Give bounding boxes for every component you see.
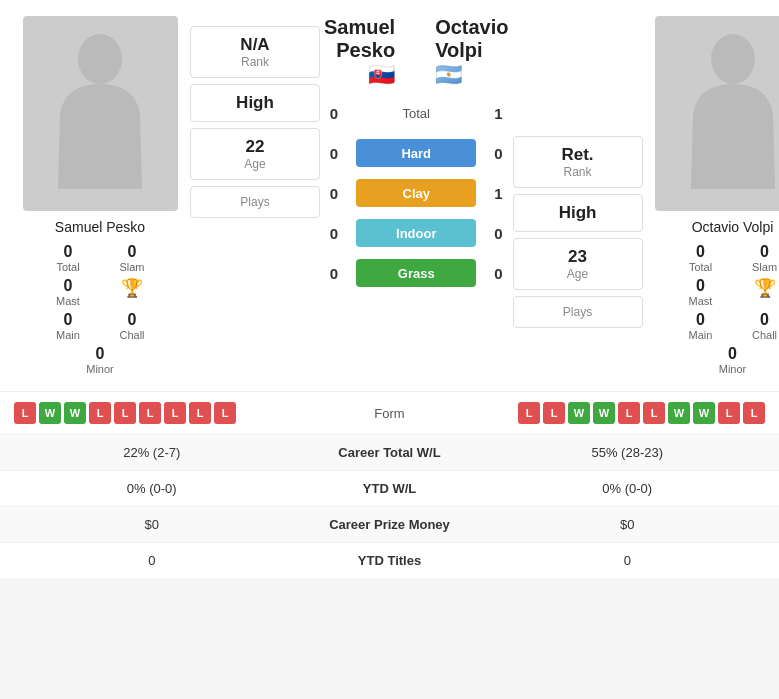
career-wl-label: Career Total W/L [290,445,490,460]
form-badge-right: W [668,402,690,424]
left-form-badges: LWWLLLLLL [14,402,330,424]
svg-point-1 [711,34,755,84]
prize-right: $0 [490,517,766,532]
left-slam-label: Slam [119,261,144,273]
right-age-label: Age [524,267,632,281]
left-header-name: Samuel Pesko [324,16,395,62]
left-chall-value: 0 [128,311,137,329]
right-player-card: Octavio Volpi 0 Total 0 Slam 0 Mast 🏆 [643,16,779,375]
left-player-name: Samuel Pesko [55,219,145,235]
right-fitness-value: High [524,203,632,223]
hard-btn: Hard [356,139,476,167]
left-rank-label: Rank [201,55,309,69]
left-minor-value: 0 [96,345,105,363]
form-badge-left: L [164,402,186,424]
left-total-value: 0 [64,243,73,261]
left-fitness-value: High [201,93,309,113]
right-mast-label: Mast [689,295,713,307]
left-chall-label: Chall [119,329,144,341]
form-badge-right: W [568,402,590,424]
right-rank-label: Rank [524,165,632,179]
left-mast-value: 0 [64,277,73,295]
left-age-value: 22 [201,137,309,157]
right-minor-label: Minor [719,363,747,375]
total-row: 0 Total 1 [324,95,509,131]
right-flag: 🇦🇷 [435,62,463,82]
hard-row: 0 Hard 0 [324,135,509,171]
ytd-wl-left: 0% (0-0) [14,481,290,496]
left-player-card: Samuel Pesko 0 Total 0 Slam 0 Mast 🏆 [10,16,190,375]
form-badge-left: L [114,402,136,424]
right-chall-label: Chall [752,329,777,341]
right-main-label: Main [689,329,713,341]
total-left-score: 0 [324,105,344,122]
form-badge-left: W [64,402,86,424]
left-slam-value: 0 [128,243,137,261]
left-flag: 🇸🇰 [367,62,395,82]
prize-label: Career Prize Money [290,517,490,532]
form-badge-right: W [693,402,715,424]
right-total-value: 0 [696,243,705,261]
right-player-avatar [655,16,779,211]
ytd-wl-right: 0% (0-0) [490,481,766,496]
prize-row: $0 Career Prize Money $0 [0,506,779,542]
indoor-left-score: 0 [324,225,344,242]
clay-right-score: 1 [489,185,509,202]
career-wl-left: 22% (2-7) [14,445,290,460]
grass-left-score: 0 [324,265,344,282]
middle-section: Samuel Pesko 🇸🇰 Octavio Volpi 🇦🇷 0 Total… [320,16,513,375]
left-age-label: Age [201,157,309,171]
form-badge-left: L [14,402,36,424]
clay-btn: Clay [356,179,476,207]
left-main-label2: Main [56,329,80,341]
left-plays-block: Plays [190,186,320,218]
right-plays-label: Plays [524,305,632,319]
form-badge-right: L [618,402,640,424]
titles-label: YTD Titles [290,553,490,568]
total-right-score: 1 [489,105,509,122]
svg-point-0 [78,34,122,84]
left-mast-label: Mast [56,295,80,307]
form-label: Form [330,406,450,421]
form-badge-left: L [189,402,211,424]
indoor-btn: Indoor [356,219,476,247]
form-section: LWWLLLLLL Form LLWWLLWWLL [0,391,779,434]
left-rank-block: N/A Rank [190,26,320,78]
left-player-stats: 0 Total 0 Slam 0 Mast 🏆 0 Main [10,243,190,375]
career-wl-row: 22% (2-7) Career Total W/L 55% (28-23) [0,434,779,470]
right-player-stats: 0 Total 0 Slam 0 Mast 🏆 0 Main [643,243,779,375]
left-trophy-icon: 🏆 [121,277,143,299]
right-player-name: Octavio Volpi [692,219,774,235]
form-badge-left: L [89,402,111,424]
right-plays-block: Plays [513,296,643,328]
clay-left-score: 0 [324,185,344,202]
right-total-label: Total [689,261,712,273]
right-header-name: Octavio Volpi [435,16,508,62]
total-label: Total [356,106,476,121]
career-wl-right: 55% (28-23) [490,445,766,460]
grass-row: 0 Grass 0 [324,255,509,291]
left-fitness-block: High [190,84,320,122]
form-badge-right: L [718,402,740,424]
left-main-value: 0 [64,311,73,329]
right-chall-value: 0 [760,311,769,329]
titles-left: 0 [14,553,290,568]
right-rank-block: Ret. Rank [513,136,643,188]
right-form-badges: LLWWLLWWLL [450,402,766,424]
left-center-stats: N/A Rank High 22 Age Plays [190,16,320,375]
right-main-value: 0 [696,311,705,329]
right-rank-value: Ret. [524,145,632,165]
grass-right-score: 0 [489,265,509,282]
clay-row: 0 Clay 1 [324,175,509,211]
left-rank-value: N/A [201,35,309,55]
left-player-avatar [23,16,178,211]
left-minor-label: Minor [86,363,114,375]
hard-right-score: 0 [489,145,509,162]
left-age-block: 22 Age [190,128,320,180]
form-badge-right: L [743,402,765,424]
titles-right: 0 [490,553,766,568]
form-badge-right: W [593,402,615,424]
right-slam-label: Slam [752,261,777,273]
left-plays-label: Plays [201,195,309,209]
form-badge-right: L [643,402,665,424]
